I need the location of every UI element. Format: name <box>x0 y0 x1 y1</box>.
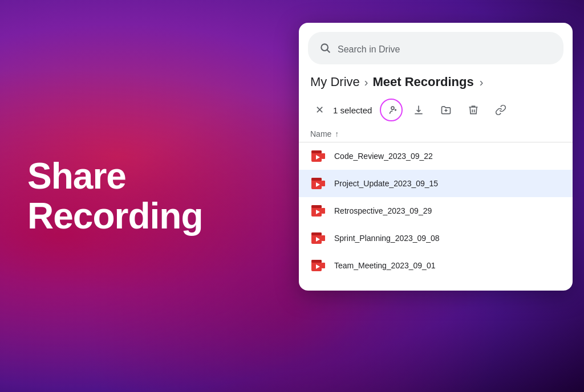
selected-count: 1 selected <box>333 105 372 115</box>
svg-rect-8 <box>311 150 322 153</box>
file-item-1[interactable]: Code_Review_2023_09_22 <box>299 142 573 170</box>
file-item-3[interactable]: Retrospective_2023_09_29 <box>299 197 573 224</box>
share-button[interactable] <box>380 99 403 121</box>
column-name[interactable]: Name <box>310 129 331 138</box>
svg-rect-22 <box>322 235 325 241</box>
video-file-icon <box>310 175 326 191</box>
breadcrumb-root[interactable]: My Drive <box>310 75 360 89</box>
breadcrumb: My Drive › Meet Recordings › <box>299 64 573 95</box>
file-name-2: Project_Update_2023_09_15 <box>334 179 438 188</box>
svg-line-1 <box>327 50 330 53</box>
file-item-2[interactable]: Project_Update_2023_09_15 <box>299 170 573 197</box>
copy-link-button[interactable] <box>489 99 512 121</box>
video-file-icon <box>310 148 326 164</box>
file-name-3: Retrospective_2023_09_29 <box>334 206 432 215</box>
svg-rect-16 <box>311 205 322 208</box>
svg-rect-18 <box>322 208 325 214</box>
svg-rect-20 <box>311 232 322 235</box>
video-file-icon <box>310 230 326 246</box>
file-list: Code_Review_2023_09_22 Project_Update_20… <box>299 142 573 279</box>
breadcrumb-current: Meet Recordings <box>372 75 473 89</box>
hero-line2: Recording <box>27 196 202 236</box>
breadcrumb-separator: › <box>364 76 368 89</box>
download-button[interactable] <box>407 99 430 121</box>
svg-point-2 <box>391 107 394 109</box>
deselect-button[interactable]: ✕ <box>310 101 328 119</box>
delete-button[interactable] <box>462 99 485 121</box>
file-item-4[interactable]: Sprint_Planning_2023_09_08 <box>299 224 573 252</box>
file-item-5[interactable]: Team_Meeting_2023_09_01 <box>299 252 573 279</box>
drive-panel: Search in Drive My Drive › Meet Recordin… <box>299 23 573 291</box>
svg-rect-24 <box>311 260 322 263</box>
svg-rect-10 <box>322 153 325 159</box>
search-bar[interactable]: Search in Drive <box>308 32 563 64</box>
hero-text: Share Recording <box>27 156 202 236</box>
file-name-5: Team_Meeting_2023_09_01 <box>334 261 435 270</box>
hero-line1: Share <box>27 156 202 196</box>
close-icon: ✕ <box>315 104 324 116</box>
svg-rect-14 <box>322 181 325 186</box>
file-name-1: Code_Review_2023_09_22 <box>334 152 433 161</box>
svg-rect-12 <box>311 178 322 181</box>
search-icon <box>319 42 331 56</box>
move-button[interactable] <box>435 99 457 121</box>
svg-rect-26 <box>322 263 325 268</box>
file-list-header: Name ↑ <box>299 127 573 142</box>
video-file-icon <box>310 203 326 219</box>
sort-icon: ↑ <box>335 129 339 138</box>
breadcrumb-chevron[interactable]: › <box>480 76 484 89</box>
video-file-icon <box>310 258 326 273</box>
toolbar: ✕ 1 selected <box>299 95 573 127</box>
file-name-4: Sprint_Planning_2023_09_08 <box>334 234 440 243</box>
search-placeholder: Search in Drive <box>338 44 400 55</box>
svg-point-0 <box>321 44 328 51</box>
